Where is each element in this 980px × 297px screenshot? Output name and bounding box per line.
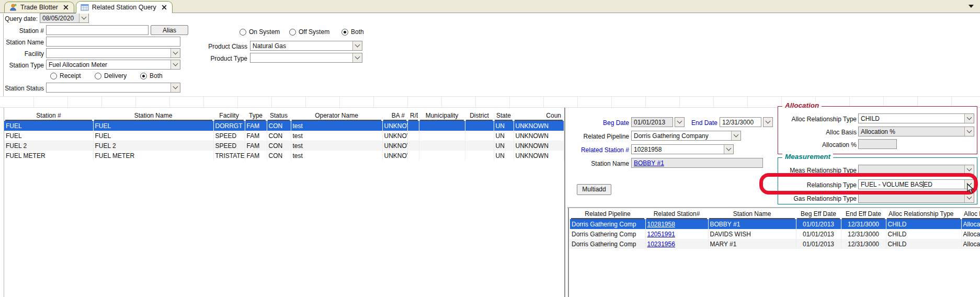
allocation-pct-input[interactable] — [858, 139, 897, 149]
rd-both-radio[interactable]: Both — [140, 72, 163, 79]
relationship-type-select[interactable]: FUEL - VOLUME BASED — [858, 179, 974, 189]
system-both-radio-circle[interactable] — [341, 29, 348, 36]
relationship-type-label: Relationship Type — [779, 180, 857, 190]
close-icon[interactable] — [162, 5, 167, 10]
station-number-input[interactable] — [46, 25, 149, 35]
related-grid-left-border — [568, 208, 569, 297]
allocation-group: Allocation Alloc Relationship Type CHILD… — [778, 106, 977, 154]
facility-select[interactable] — [46, 48, 180, 58]
allocation-pct-label: Allocation % — [779, 140, 857, 150]
facility-dropdown-icon[interactable] — [170, 49, 180, 58]
product-class-label: Product Class — [203, 42, 247, 51]
on-system-radio[interactable]: On System — [240, 28, 280, 36]
related-stations-grid: Related Pipeline Related Station# Statio… — [570, 209, 980, 249]
related-station-query-window: Trade Blotter Related Station Query Quer… — [0, 0, 980, 297]
product-type-dropdown-icon[interactable] — [352, 53, 362, 62]
alloc-basis-label: Alloc Basis — [779, 128, 857, 137]
meas-relationship-type-dropdown-icon[interactable] — [964, 165, 974, 174]
related-station-link[interactable]: 10231956 — [647, 241, 675, 248]
beg-date-field[interactable]: 01/01/2013 — [631, 117, 673, 127]
related-station-dropdown-icon[interactable] — [724, 145, 733, 154]
delivery-radio-circle[interactable] — [95, 73, 101, 79]
center-splitter[interactable] — [564, 108, 565, 297]
product-type-select[interactable] — [250, 53, 362, 63]
tab-related-station-query[interactable]: Related Station Query — [76, 1, 173, 13]
station-number-label: Station # — [0, 26, 44, 36]
meas-relationship-type-select[interactable] — [858, 165, 974, 175]
off-system-radio[interactable]: Off System — [289, 28, 329, 36]
table-row[interactable]: Dorris Gathering Comp 10281958 BOBBY #1 … — [570, 219, 980, 229]
close-icon[interactable] — [63, 5, 69, 10]
receipt-radio[interactable]: Receipt — [50, 72, 81, 79]
alias-button[interactable]: Alias — [151, 25, 188, 35]
gas-relationship-type-label: Gas Relationship Type — [779, 194, 857, 203]
off-system-radio-circle[interactable] — [289, 29, 296, 36]
person-icon — [9, 3, 17, 12]
table-row[interactable]: FUELFUEL DORRGTFAM CONtest UNKNOV UNUNKN… — [4, 121, 564, 131]
right-panel-divider — [567, 207, 980, 208]
table-row[interactable]: FUELFUEL SPEEDFAM CONtest UNKNOV UNUNKNO… — [4, 131, 564, 141]
station-status-select[interactable] — [46, 83, 180, 93]
related-pipeline-label: Related Pipeline — [573, 132, 629, 141]
product-class-select[interactable]: Natural Gas — [250, 41, 362, 51]
measurement-group: Measurement Meas Relationship Type Relat… — [778, 157, 977, 204]
product-class-dropdown-icon[interactable] — [352, 41, 362, 50]
station-type-dropdown-icon[interactable] — [170, 60, 180, 69]
table-query-icon — [81, 3, 89, 12]
stations-grid: Station # Station Name Facility Type Sta… — [4, 111, 564, 161]
facility-label: Facility — [0, 49, 44, 59]
alloc-basis-dropdown-icon[interactable] — [964, 127, 974, 136]
detail-station-name-label: Station Name — [580, 159, 629, 168]
gas-relationship-type-select[interactable] — [858, 193, 974, 203]
tab-label: Trade Blotter — [20, 4, 58, 11]
delivery-radio[interactable]: Delivery — [95, 72, 127, 79]
station-status-label: Station Status — [0, 84, 44, 93]
tab-overflow-icon[interactable] — [968, 5, 974, 8]
gas-relationship-type-dropdown-icon[interactable] — [964, 193, 974, 202]
end-date-dropdown-icon[interactable] — [763, 117, 773, 127]
station-type-label: Station Type — [0, 61, 44, 70]
meas-relationship-type-label: Meas Relationship Type — [779, 166, 857, 175]
on-system-radio-circle[interactable] — [240, 29, 246, 36]
query-date-label: Query date: — [4, 14, 38, 24]
allocation-group-title: Allocation — [782, 101, 822, 109]
alloc-relationship-type-select[interactable]: CHILD — [858, 113, 974, 123]
related-station-link[interactable]: 12051991 — [647, 231, 675, 238]
measurement-group-title: Measurement — [782, 153, 833, 161]
end-date-label: End Date — [688, 118, 717, 128]
rd-both-radio-circle[interactable] — [140, 73, 147, 79]
station-name-input[interactable] — [46, 37, 180, 47]
station-status-dropdown-icon[interactable] — [170, 83, 180, 92]
tab-label: Related Station Query — [92, 4, 156, 11]
stations-grid-header: Station # Station Name Facility Type Sta… — [4, 111, 564, 121]
tab-bar: Trade Blotter Related Station Query — [0, 0, 980, 13]
related-grid-header: Related Pipeline Related Station# Statio… — [570, 209, 980, 219]
beg-date-dropdown-icon[interactable] — [675, 117, 685, 127]
system-both-radio[interactable]: Both — [341, 28, 364, 36]
alloc-basis-select[interactable]: Allocation % — [858, 127, 974, 136]
detail-station-name-field: BOBBY #1 — [631, 158, 763, 168]
multiadd-button[interactable]: Multiadd — [577, 184, 611, 195]
table-row[interactable]: FUEL 2FUEL 2 SPEEDFAM CONtest UNKNOV UNU… — [4, 141, 564, 151]
end-date-field[interactable]: 12/31/3000 — [720, 117, 761, 127]
query-date-field[interactable]: 08/05/2020 — [40, 13, 89, 23]
query-date-dropdown-icon[interactable] — [79, 14, 88, 22]
product-type-label: Product Type — [203, 54, 247, 63]
beg-date-label: Beg Date — [586, 118, 629, 128]
related-station-label: Related Station # — [567, 145, 629, 155]
table-row[interactable]: FUEL METERFUEL METER TRISTATEFAM CONtest… — [4, 151, 564, 161]
related-pipeline-select[interactable]: Dorris Gathering Company — [631, 131, 741, 141]
station-name-label: Station Name — [0, 38, 44, 47]
receipt-radio-circle[interactable] — [50, 73, 57, 79]
mouse-cursor-icon — [967, 184, 974, 194]
alloc-relationship-type-label: Alloc Relationship Type — [779, 115, 857, 124]
station-name-link[interactable]: BOBBY #1 — [634, 159, 664, 167]
tab-trade-blotter[interactable]: Trade Blotter — [4, 2, 74, 13]
related-station-link[interactable]: 10281958 — [647, 221, 675, 228]
related-pipeline-dropdown-icon[interactable] — [731, 131, 740, 140]
table-row[interactable]: Dorris Gathering Comp 10231956 MARY #1 0… — [570, 239, 980, 249]
alloc-relationship-type-dropdown-icon[interactable] — [964, 114, 974, 123]
related-station-select[interactable]: 10281958 — [631, 144, 734, 154]
table-row[interactable]: Dorris Gathering Comp 12051991 DAVIDS WI… — [570, 229, 980, 239]
station-type-select[interactable]: Fuel Allocation Meter — [46, 60, 180, 70]
